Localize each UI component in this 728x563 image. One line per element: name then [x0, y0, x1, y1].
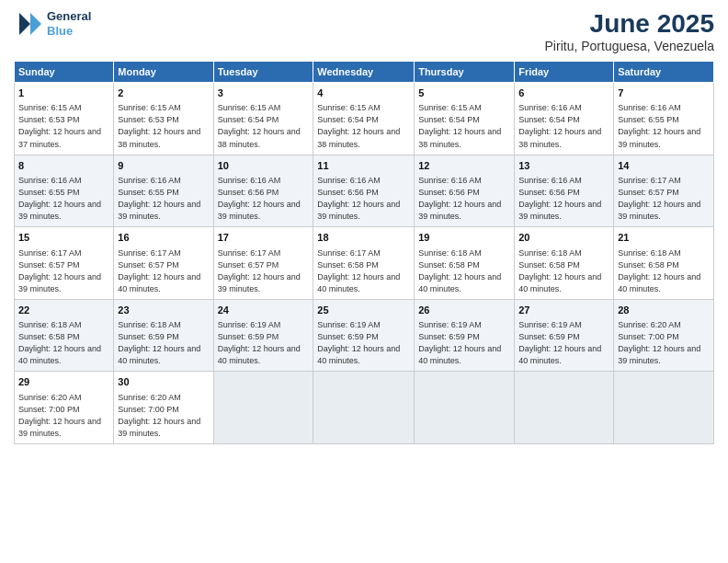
calendar-cell: 19Sunrise: 6:18 AMSunset: 6:58 PMDayligh…	[415, 227, 515, 300]
calendar-cell: 8Sunrise: 6:16 AMSunset: 6:55 PMDaylight…	[15, 155, 114, 227]
day-info: Sunrise: 6:18 AMSunset: 6:58 PMDaylight:…	[518, 247, 609, 295]
header: General Blue June 2025 Piritu, Portugues…	[14, 9, 714, 53]
day-info: Sunrise: 6:16 AMSunset: 6:55 PMDaylight:…	[118, 175, 209, 223]
day-number: 14	[618, 159, 710, 173]
logo-text: General Blue	[47, 9, 91, 38]
calendar-cell: 23Sunrise: 6:18 AMSunset: 6:59 PMDayligh…	[114, 299, 213, 372]
col-sunday: Sunday	[15, 62, 114, 83]
header-row: Sunday Monday Tuesday Wednesday Thursday…	[15, 62, 714, 83]
day-number: 15	[18, 231, 109, 245]
day-info: Sunrise: 6:15 AMSunset: 6:53 PMDaylight:…	[118, 102, 209, 150]
day-info: Sunrise: 6:15 AMSunset: 6:54 PMDaylight:…	[418, 102, 510, 150]
day-info: Sunrise: 6:16 AMSunset: 6:56 PMDaylight:…	[317, 175, 410, 223]
day-number: 19	[418, 231, 510, 245]
calendar-cell: 27Sunrise: 6:19 AMSunset: 6:59 PMDayligh…	[515, 299, 614, 372]
week-row-1: 1Sunrise: 6:15 AMSunset: 6:53 PMDaylight…	[15, 83, 714, 155]
day-info: Sunrise: 6:15 AMSunset: 6:54 PMDaylight:…	[218, 102, 310, 150]
calendar-cell: 2Sunrise: 6:15 AMSunset: 6:53 PMDaylight…	[114, 83, 213, 155]
title-area: June 2025 Piritu, Portuguesa, Venezuela	[545, 9, 714, 53]
day-info: Sunrise: 6:20 AMSunset: 7:00 PMDaylight:…	[618, 319, 710, 367]
calendar-cell: 5Sunrise: 6:15 AMSunset: 6:54 PMDaylight…	[415, 83, 515, 155]
day-number: 28	[618, 304, 710, 317]
day-info: Sunrise: 6:18 AMSunset: 6:58 PMDaylight:…	[618, 247, 710, 295]
week-row-4: 22Sunrise: 6:18 AMSunset: 6:58 PMDayligh…	[15, 299, 714, 372]
day-info: Sunrise: 6:16 AMSunset: 6:56 PMDaylight:…	[518, 175, 609, 223]
calendar-cell: 1Sunrise: 6:15 AMSunset: 6:53 PMDaylight…	[15, 83, 114, 155]
day-info: Sunrise: 6:19 AMSunset: 6:59 PMDaylight:…	[218, 319, 310, 367]
day-info: Sunrise: 6:18 AMSunset: 6:59 PMDaylight:…	[118, 319, 209, 367]
calendar-cell: 20Sunrise: 6:18 AMSunset: 6:58 PMDayligh…	[515, 227, 614, 300]
day-number: 22	[18, 304, 109, 317]
day-number: 17	[218, 231, 310, 245]
day-number: 25	[317, 304, 410, 317]
calendar-cell	[313, 372, 415, 444]
day-number: 26	[418, 304, 510, 317]
col-thursday: Thursday	[415, 62, 515, 83]
day-info: Sunrise: 6:18 AMSunset: 6:58 PMDaylight:…	[18, 319, 109, 367]
day-number: 16	[118, 231, 209, 245]
calendar-cell: 30Sunrise: 6:20 AMSunset: 7:00 PMDayligh…	[114, 372, 213, 444]
page: General Blue June 2025 Piritu, Portugues…	[0, 0, 728, 563]
calendar-header: Sunday Monday Tuesday Wednesday Thursday…	[15, 62, 714, 83]
day-info: Sunrise: 6:20 AMSunset: 7:00 PMDaylight:…	[18, 392, 109, 440]
day-number: 27	[518, 304, 609, 317]
day-number: 5	[418, 86, 510, 100]
day-number: 23	[118, 304, 209, 317]
calendar-cell: 7Sunrise: 6:16 AMSunset: 6:55 PMDaylight…	[614, 83, 714, 155]
day-number: 18	[317, 231, 410, 245]
calendar-cell: 15Sunrise: 6:17 AMSunset: 6:57 PMDayligh…	[15, 227, 114, 300]
day-number: 30	[118, 375, 209, 389]
day-info: Sunrise: 6:16 AMSunset: 6:54 PMDaylight:…	[518, 102, 609, 150]
calendar-cell: 24Sunrise: 6:19 AMSunset: 6:59 PMDayligh…	[213, 299, 313, 372]
day-number: 12	[418, 159, 510, 173]
day-info: Sunrise: 6:17 AMSunset: 6:58 PMDaylight:…	[317, 247, 410, 295]
week-row-2: 8Sunrise: 6:16 AMSunset: 6:55 PMDaylight…	[15, 155, 714, 227]
day-number: 13	[518, 159, 609, 173]
calendar-cell: 26Sunrise: 6:19 AMSunset: 6:59 PMDayligh…	[415, 299, 515, 372]
calendar-cell: 10Sunrise: 6:16 AMSunset: 6:56 PMDayligh…	[213, 155, 313, 227]
calendar-cell: 4Sunrise: 6:15 AMSunset: 6:54 PMDaylight…	[313, 83, 415, 155]
col-wednesday: Wednesday	[313, 62, 415, 83]
day-number: 9	[118, 159, 209, 173]
week-row-5: 29Sunrise: 6:20 AMSunset: 7:00 PMDayligh…	[15, 372, 714, 444]
day-number: 29	[18, 375, 109, 389]
day-info: Sunrise: 6:18 AMSunset: 6:58 PMDaylight:…	[418, 247, 510, 295]
calendar-cell: 14Sunrise: 6:17 AMSunset: 6:57 PMDayligh…	[614, 155, 714, 227]
calendar-cell	[213, 372, 313, 444]
col-monday: Monday	[114, 62, 213, 83]
day-info: Sunrise: 6:16 AMSunset: 6:56 PMDaylight:…	[418, 175, 510, 223]
calendar-cell: 21Sunrise: 6:18 AMSunset: 6:58 PMDayligh…	[614, 227, 714, 300]
calendar-table: Sunday Monday Tuesday Wednesday Thursday…	[14, 61, 714, 444]
day-number: 1	[18, 86, 109, 100]
day-number: 7	[618, 86, 710, 100]
calendar-cell: 22Sunrise: 6:18 AMSunset: 6:58 PMDayligh…	[15, 299, 114, 372]
day-info: Sunrise: 6:16 AMSunset: 6:55 PMDaylight:…	[18, 175, 109, 223]
day-number: 24	[218, 304, 310, 317]
day-info: Sunrise: 6:15 AMSunset: 6:54 PMDaylight:…	[317, 102, 410, 150]
day-info: Sunrise: 6:19 AMSunset: 6:59 PMDaylight:…	[317, 319, 410, 367]
calendar-cell: 9Sunrise: 6:16 AMSunset: 6:55 PMDaylight…	[114, 155, 213, 227]
day-number: 10	[218, 159, 310, 173]
day-number: 11	[317, 159, 410, 173]
day-info: Sunrise: 6:16 AMSunset: 6:56 PMDaylight:…	[218, 175, 310, 223]
day-number: 3	[218, 86, 310, 100]
calendar-cell: 13Sunrise: 6:16 AMSunset: 6:56 PMDayligh…	[515, 155, 614, 227]
logo: General Blue	[14, 9, 91, 39]
col-friday: Friday	[515, 62, 614, 83]
calendar-cell	[415, 372, 515, 444]
day-info: Sunrise: 6:17 AMSunset: 6:57 PMDaylight:…	[218, 247, 310, 295]
day-info: Sunrise: 6:17 AMSunset: 6:57 PMDaylight:…	[18, 247, 109, 295]
col-saturday: Saturday	[614, 62, 714, 83]
week-row-3: 15Sunrise: 6:17 AMSunset: 6:57 PMDayligh…	[15, 227, 714, 300]
day-info: Sunrise: 6:19 AMSunset: 6:59 PMDaylight:…	[518, 319, 609, 367]
calendar-cell: 17Sunrise: 6:17 AMSunset: 6:57 PMDayligh…	[213, 227, 313, 300]
calendar-cell	[515, 372, 614, 444]
logo-icon	[14, 9, 43, 39]
day-number: 6	[518, 86, 609, 100]
calendar-cell: 29Sunrise: 6:20 AMSunset: 7:00 PMDayligh…	[15, 372, 114, 444]
calendar-cell	[614, 372, 714, 444]
day-info: Sunrise: 6:16 AMSunset: 6:55 PMDaylight:…	[618, 102, 710, 150]
subtitle: Piritu, Portuguesa, Venezuela	[545, 39, 714, 53]
calendar-cell: 28Sunrise: 6:20 AMSunset: 7:00 PMDayligh…	[614, 299, 714, 372]
calendar-cell: 11Sunrise: 6:16 AMSunset: 6:56 PMDayligh…	[313, 155, 415, 227]
